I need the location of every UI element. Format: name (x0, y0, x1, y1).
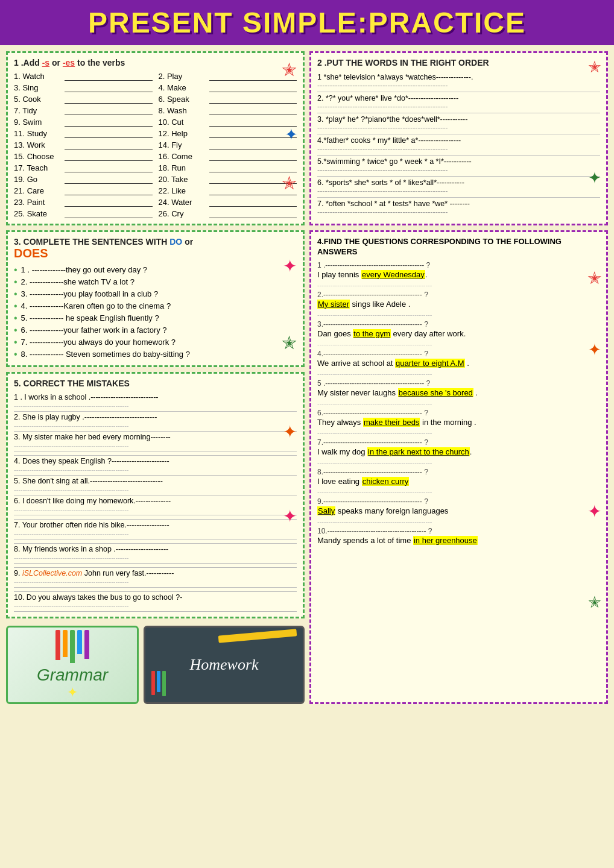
section3-list: 1 . -------------they go out every day ?… (14, 264, 297, 360)
list-item: 8. ------------- Steven sometimes do bab… (14, 348, 297, 360)
section5-title: 5. CORRECT THE MISTAKES (14, 379, 297, 388)
verb-label: 14. Fly (159, 140, 207, 149)
answer-item: 5 .-------------------------------------… (317, 379, 600, 407)
list-item (14, 564, 297, 568)
verb-label: 11. Study (14, 129, 62, 138)
verb-line (65, 210, 153, 218)
verb-label: 16. Come (159, 152, 207, 161)
q-dashes: 5 .-------------------------------------… (317, 379, 600, 388)
star-icon: ✦ (285, 125, 298, 144)
verb-label: 3. Sing (14, 83, 62, 92)
section5-box: 5. CORRECT THE MISTAKES 1 . I works in a… (6, 372, 305, 618)
list-item: 6. I doesn't like doing my homework.----… (14, 495, 297, 515)
star-icon: ✦ (588, 169, 601, 187)
grammar-label: Grammar ✦ (37, 630, 108, 700)
verb-item: 18. Run (159, 163, 297, 173)
verb-line (65, 95, 153, 104)
verb-line (65, 107, 153, 115)
q-answer: My sister never laughs because she 's bo… (317, 388, 600, 397)
q-dashes: 6.--------------------------------------… (317, 409, 600, 417)
verb-item: 16. Come (159, 151, 297, 162)
highlight-text: Sally (317, 506, 335, 515)
list-item: 4.*father* cooks * my* little* a*-------… (317, 134, 600, 156)
q-dashes: 8.--------------------------------------… (317, 468, 600, 476)
answer-item: 6.--------------------------------------… (317, 409, 600, 436)
verb-line (209, 107, 297, 115)
verb-label: 20. Take (159, 175, 207, 184)
verb-item: 10. Cut (159, 117, 297, 127)
verb-item: 17. Teach (14, 163, 153, 173)
verb-label: 17. Teach (14, 163, 62, 172)
verb-label: 5. Cook (14, 95, 62, 104)
list-item (14, 451, 297, 456)
list-item: 2. *?* you* where* live *do*------------… (317, 92, 600, 113)
verb-line (209, 84, 297, 92)
list-item: 3. My sister make her bed every morning-… (14, 432, 297, 451)
section1-title-pre: 1 .Add (14, 58, 42, 68)
list-item (14, 539, 297, 544)
verb-item: 11. Study (14, 128, 153, 139)
grammar-image: Grammar ✦ (6, 626, 139, 704)
verb-item: 1. Watch (14, 71, 153, 81)
list-item: 3. *play* he* ?*piano*the *does*well*---… (317, 113, 600, 134)
highlight-text: in the park next to the church (367, 447, 470, 456)
verb-label: 12. Help (159, 129, 207, 138)
verb-grid: 1. Watch 2. Play 3. Sing 4. Make 5. Cook… (14, 71, 297, 219)
verb-line (65, 198, 153, 207)
verb-line (209, 164, 297, 172)
verb-line (65, 164, 153, 172)
answer-item: 7.--------------------------------------… (317, 438, 600, 466)
star-icon: ✦ (67, 685, 78, 700)
list-item (14, 588, 297, 592)
q-answer: We arrive at school at quarter to eight … (317, 359, 600, 368)
verb-line (209, 210, 297, 218)
q-answer: I walk my dog in the park next to the ch… (317, 447, 600, 456)
section1-es: -es (63, 58, 75, 68)
star-icon: ✭ (282, 332, 297, 353)
star-icon: ✦ (283, 506, 297, 526)
verb-item: 25. Skate (14, 209, 153, 219)
verb-item: 15. Choose (14, 151, 153, 162)
verb-line (65, 72, 153, 81)
verb-line (209, 198, 297, 207)
list-item: 4. Does they speak English ?------------… (14, 456, 297, 476)
list-item: 4. -------------Karen often go to the ci… (14, 300, 297, 312)
verb-item: 19. Go (14, 174, 153, 184)
grammar-text: Grammar (37, 665, 108, 685)
verb-item: 22. Like (159, 186, 297, 196)
list-item: 6. -------------your father work in a fa… (14, 324, 297, 336)
verb-line (209, 130, 297, 138)
section2-title: 2 .PUT THE WORDS IN THE RIGHT ORDER (317, 58, 600, 68)
homework-image: Homework (144, 626, 305, 704)
highlight-text: to the gym (353, 329, 391, 338)
q-answer: Dan goes to the gym every day after work… (317, 329, 600, 338)
list-item: 1 . I works in a school .---------------… (14, 392, 297, 412)
q-dashes: 7.--------------------------------------… (317, 438, 600, 447)
highlight-text: because she 's bored (398, 388, 473, 397)
star-icon: ✭ (282, 59, 297, 80)
verb-label: 22. Like (159, 186, 207, 195)
answer-item: 10.-------------------------------------… (317, 527, 600, 545)
verb-label: 7. Tidy (14, 106, 62, 115)
verb-line (65, 141, 153, 149)
verb-line (65, 153, 153, 161)
section2-box: 2 .PUT THE WORDS IN THE RIGHT ORDER 1 *s… (309, 51, 608, 225)
verb-label: 23. Paint (14, 198, 62, 207)
highlight-text: make their beds (363, 418, 420, 427)
section3-box: 3. COMPLETE THE SENTENCES WITH DO or DOE… (6, 230, 305, 367)
section3-do: DO (169, 237, 182, 247)
list-item: 2. She is play rugby .------------------… (14, 412, 297, 432)
section3-does: DOES (14, 247, 48, 260)
q-dashes: 3.--------------------------------------… (317, 320, 600, 329)
star-icon: ✦ (588, 341, 601, 359)
homework-text: Homework (189, 656, 258, 674)
verb-item: 23. Paint (14, 197, 153, 207)
verb-label: 13. Work (14, 140, 62, 149)
verb-label: 6. Speak (159, 95, 207, 104)
verb-label: 25. Skate (14, 209, 62, 218)
verb-label: 10. Cut (159, 118, 207, 127)
verb-item: 4. Make (159, 83, 297, 93)
watermark: iSLCollective.com (22, 569, 82, 577)
bottom-images: Grammar ✦ Homework (6, 626, 305, 704)
q-answer: I love eating chicken curry (317, 477, 600, 486)
